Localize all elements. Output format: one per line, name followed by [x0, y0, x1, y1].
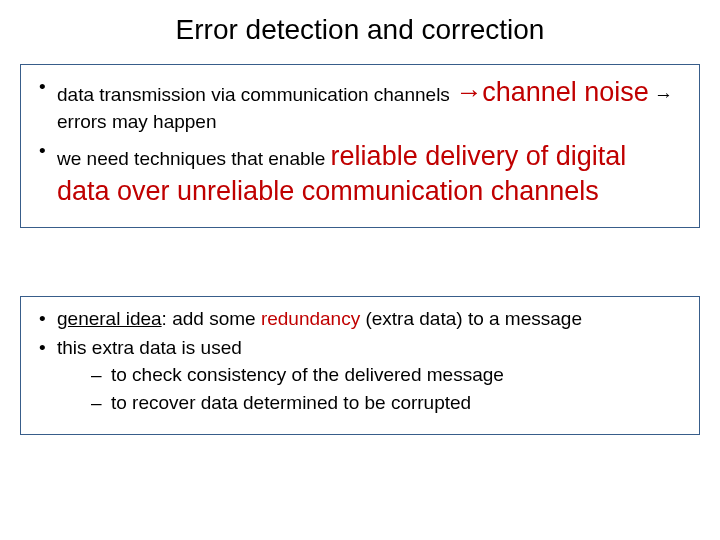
- bullet-4: this extra data is used to check consist…: [35, 336, 685, 416]
- sub-bullet-2: to recover data determined to be corrupt…: [57, 390, 685, 416]
- content-box-1: data transmission via communication chan…: [20, 64, 700, 228]
- arrow-icon: →: [455, 77, 482, 107]
- b1-text-pre: data transmission via communication chan…: [57, 84, 455, 105]
- b2-text-pre: we need techniques that enable: [57, 148, 331, 169]
- b3-underlined: general idea: [57, 308, 162, 329]
- bullet-list-1: data transmission via communication chan…: [35, 75, 685, 209]
- arrow-icon: →: [649, 84, 673, 105]
- content-box-2: general idea: add some redundancy (extra…: [20, 296, 700, 435]
- b3-red: redundancy: [261, 308, 360, 329]
- slide-title: Error detection and correction: [0, 0, 720, 46]
- b3-post: (extra data) to a message: [360, 308, 582, 329]
- b1-text-post: errors may happen: [57, 111, 216, 132]
- b3-mid: : add some: [162, 308, 261, 329]
- sub-bullet-1: to check consistency of the delivered me…: [57, 362, 685, 388]
- b4-text: this extra data is used: [57, 337, 242, 358]
- bullet-2: we need techniques that enable reliable …: [35, 139, 685, 209]
- bullet-3: general idea: add some redundancy (extra…: [35, 307, 685, 332]
- bullet-list-2: general idea: add some redundancy (extra…: [35, 307, 685, 416]
- sub-list: to check consistency of the delivered me…: [57, 362, 685, 415]
- b1-red-text: channel noise: [482, 77, 649, 107]
- bullet-1: data transmission via communication chan…: [35, 75, 685, 135]
